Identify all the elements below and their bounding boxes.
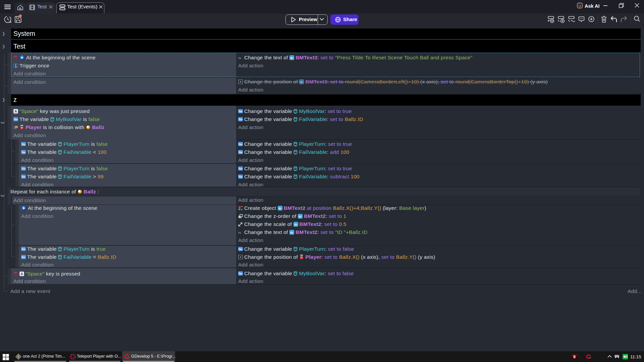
svg-text:0: 0 — [573, 355, 576, 360]
